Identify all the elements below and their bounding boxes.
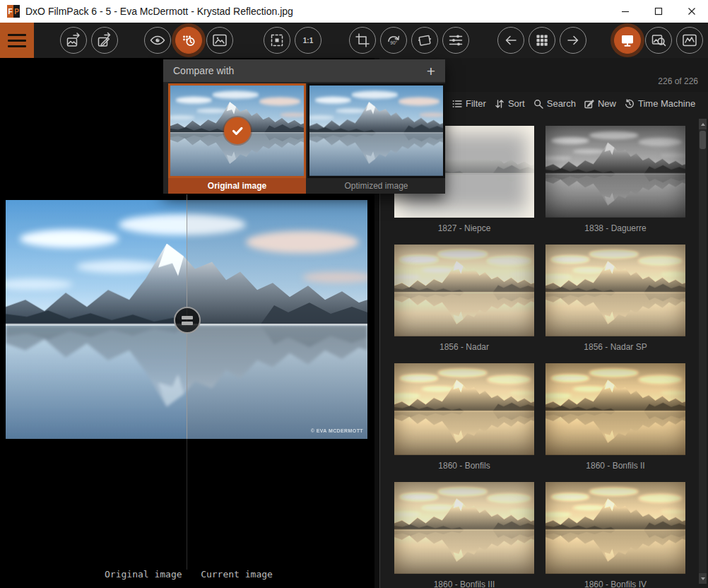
search-icon	[533, 99, 543, 109]
compare-panel-body: Original image Optimized image	[163, 82, 445, 194]
preset-label: 1856 - Nadar SP	[545, 336, 685, 363]
main-toolbar: 1:1 90°	[0, 23, 708, 58]
preset-grid: 1827 - Niepce 1838 - Daguerre 1856 - Nad…	[394, 126, 685, 588]
minimize-button[interactable]	[608, 0, 642, 23]
split-divider	[187, 194, 187, 570]
time-machine-icon	[625, 99, 635, 109]
scroll-up-button[interactable]	[699, 119, 707, 129]
compare-option-original[interactable]: Original image	[168, 83, 306, 194]
preset-count: 226 of 226	[658, 76, 698, 86]
preset-label: 1856 - Nadar	[394, 336, 534, 363]
filter-icon	[452, 99, 462, 109]
preset-label: 1860 - Bonfils II	[545, 455, 685, 482]
svg-text:90°: 90°	[390, 40, 397, 45]
preset-item[interactable]: 1856 - Nadar SP	[545, 245, 685, 363]
preset-label: 1860 - Bonfils IV	[545, 574, 685, 588]
preset-item[interactable]: 1860 - Bonfils II	[545, 363, 685, 482]
compare-option-optimized[interactable]: Optimized image	[307, 83, 445, 194]
adjustments-button[interactable]	[442, 27, 469, 54]
histogram-button[interactable]	[676, 27, 703, 54]
window-title: DxO FilmPack 6 - 5 - Eva McDermott - Kry…	[25, 6, 293, 17]
new-icon	[584, 99, 594, 109]
compare-with-button[interactable]	[175, 27, 202, 54]
filter-button[interactable]: Filter	[452, 98, 486, 109]
zoom-1-1-button[interactable]: 1:1	[295, 27, 321, 54]
preset-thumbnail	[545, 245, 685, 336]
sort-icon	[495, 99, 505, 109]
sort-button[interactable]: Sort	[495, 98, 525, 109]
compare-option-label: Original image	[168, 178, 306, 194]
preset-item[interactable]: 1860 - Bonfils III	[394, 482, 534, 588]
split-handle[interactable]	[174, 307, 201, 334]
preset-label: 1838 - Daguerre	[545, 218, 685, 245]
export-edit-button[interactable]	[91, 27, 118, 54]
export-image-button[interactable]	[60, 27, 87, 54]
watermark: © EVA MCDERMOTT	[311, 428, 363, 433]
preset-thumbnail	[545, 363, 685, 455]
compare-with-panel: Compare with + Original image Optimized …	[163, 59, 445, 194]
rotate-90-button[interactable]: 90°	[380, 27, 407, 54]
add-comparison-button[interactable]: +	[427, 64, 435, 78]
previous-image-button[interactable]	[497, 27, 524, 54]
selected-check-icon	[224, 117, 251, 144]
close-button[interactable]	[675, 0, 708, 23]
soft-proofing-button[interactable]	[645, 27, 672, 54]
preset-thumbnail	[545, 126, 685, 218]
image-browser-button[interactable]	[529, 27, 555, 54]
search-button[interactable]: Search	[533, 98, 576, 109]
split-right-label: Current image	[199, 569, 275, 580]
crop-button[interactable]	[349, 27, 376, 54]
preset-thumbnail	[394, 245, 534, 336]
display-mode-button[interactable]	[614, 27, 641, 54]
split-left-label: Original image	[105, 569, 181, 580]
preset-item[interactable]: 1856 - Nadar	[394, 245, 534, 363]
app-icon: F P	[7, 5, 20, 18]
browser-actions: Filter Sort Search New Time Machine	[452, 98, 695, 109]
time-machine-button[interactable]: Time Machine	[625, 98, 695, 109]
menu-button[interactable]	[0, 23, 34, 58]
image-view-button[interactable]	[206, 27, 233, 54]
compare-panel-title: Compare with	[173, 65, 234, 76]
preset-item[interactable]: 1860 - Bonfils IV	[545, 482, 685, 588]
new-preset-button[interactable]: New	[584, 98, 616, 109]
maximize-button[interactable]	[642, 0, 675, 23]
preset-item[interactable]: 1860 - Bonfils	[394, 363, 534, 482]
dxo-filmpack-window: F P DxO FilmPack 6 - 5 - Eva McDermott -…	[0, 0, 708, 588]
compare-thumbnail	[307, 83, 445, 178]
preset-item[interactable]: 1838 - Daguerre	[545, 126, 685, 245]
preview-toggle-button[interactable]	[144, 27, 171, 54]
scrollbar-track[interactable]	[699, 119, 707, 584]
svg-text:1:1: 1:1	[303, 37, 314, 45]
scroll-down-button[interactable]	[699, 573, 707, 584]
preset-label: 1827 - Niepce	[394, 218, 534, 245]
preset-label: 1860 - Bonfils III	[394, 574, 534, 588]
compare-panel-header: Compare with +	[163, 59, 445, 82]
preset-label: 1860 - Bonfils	[394, 455, 534, 482]
titlebar: F P DxO FilmPack 6 - 5 - Eva McDermott -…	[0, 0, 708, 23]
fit-screen-button[interactable]	[264, 27, 290, 54]
compare-thumbnail	[168, 83, 306, 178]
compare-option-label: Optimized image	[307, 178, 445, 194]
scrollbar-thumb[interactable]	[700, 131, 706, 149]
preset-thumbnail	[394, 482, 534, 574]
preset-thumbnail	[545, 482, 685, 574]
preset-thumbnail	[394, 363, 534, 455]
down-arrow-icon	[701, 577, 705, 580]
next-image-button[interactable]	[560, 27, 586, 54]
horizon-button[interactable]	[411, 27, 438, 54]
up-arrow-icon	[701, 123, 705, 126]
